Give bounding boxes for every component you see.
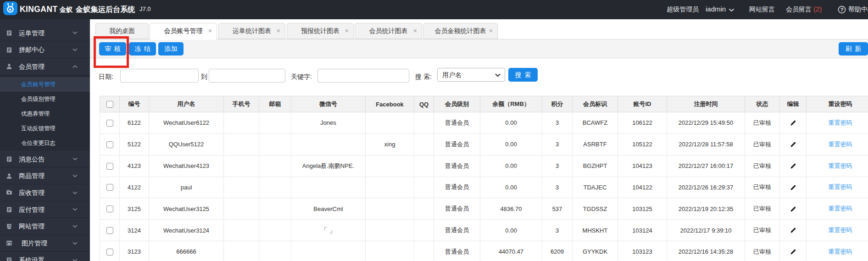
svg-text:?: ?: [840, 7, 844, 12]
